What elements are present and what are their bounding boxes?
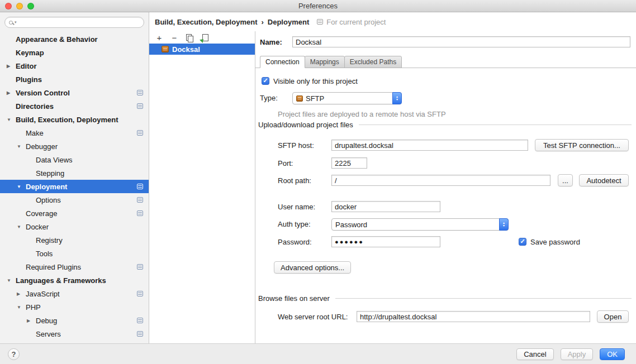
chevron-right-icon[interactable]: ▶ — [17, 291, 26, 296]
per-project-settings-icon — [137, 318, 143, 323]
browse-root-path-button[interactable]: ... — [558, 174, 573, 186]
sidebar-item-tools[interactable]: Tools — [0, 247, 149, 260]
sidebar-item-php[interactable]: ▼PHP — [0, 300, 149, 314]
password-input[interactable] — [331, 236, 440, 247]
visible-only-checkbox[interactable] — [262, 77, 269, 85]
chevron-down-icon[interactable]: ▼ — [17, 224, 26, 229]
sidebar-item-build-execution-deployment[interactable]: ▼Build, Execution, Deployment — [0, 113, 149, 126]
close-window-button[interactable] — [5, 3, 12, 9]
user-name-input[interactable] — [331, 201, 440, 212]
help-button[interactable]: ? — [8, 348, 20, 360]
open-button[interactable]: Open — [597, 310, 629, 323]
type-select[interactable]: SFTP ▴▾ — [292, 92, 402, 104]
web-root-label: Web server root URL: — [278, 313, 348, 322]
search-history-caret-icon[interactable]: ▾ — [15, 20, 17, 25]
search-icon — [9, 21, 13, 25]
preferences-window: Preferences ▾ Appearance & BehaviorKeyma… — [0, 0, 636, 364]
sidebar-item-deployment[interactable]: ▼Deployment — [0, 180, 149, 193]
password-label: Password: — [278, 238, 312, 247]
chevron-right-icon[interactable]: ▶ — [7, 64, 16, 69]
root-path-input[interactable] — [331, 175, 550, 186]
sidebar-item-data-views[interactable]: Data Views — [0, 153, 149, 166]
chevron-down-icon[interactable]: ▼ — [17, 144, 26, 149]
sidebar-item-required-plugins[interactable]: Required Plugins — [0, 260, 149, 274]
save-password-checkbox[interactable] — [519, 238, 526, 246]
chevron-down-icon[interactable]: ▼ — [7, 117, 16, 122]
sidebar-item-version-control[interactable]: ▶Version Control — [0, 86, 149, 99]
sidebar-item-javascript[interactable]: ▶JavaScript — [0, 287, 149, 300]
browse-section-title: Browse files on server — [258, 294, 330, 303]
save-password-checkbox-row: Save password — [519, 237, 580, 246]
chevron-down-icon[interactable]: ▼ — [7, 278, 16, 283]
visible-only-label: Visible only for this project — [273, 77, 358, 85]
autodetect-button[interactable]: Autodetect — [579, 174, 629, 186]
section-separator-line — [359, 124, 632, 125]
sidebar-item-label: Data Views — [36, 156, 73, 164]
root-path-label: Root path: — [278, 176, 311, 185]
copy-server-button[interactable] — [184, 32, 195, 43]
chevron-right-icon[interactable]: ▶ — [27, 318, 36, 323]
server-list-panel: + − Docksal — [149, 31, 255, 343]
remove-server-button[interactable]: − — [169, 32, 180, 43]
sidebar-item-label: Version Control — [16, 89, 70, 97]
sidebar-item-directories[interactable]: Directories — [0, 99, 149, 113]
sidebar-item-coverage[interactable]: Coverage — [0, 207, 149, 220]
name-input[interactable] — [292, 36, 630, 47]
minimize-window-button[interactable] — [16, 3, 23, 9]
sidebar-item-servers[interactable]: Servers — [0, 327, 149, 341]
sidebar-item-make[interactable]: Make — [0, 126, 149, 140]
tab-connection[interactable]: Connection — [260, 56, 305, 68]
sidebar-item-label: Directories — [16, 102, 54, 111]
import-icon — [201, 34, 208, 41]
type-label: Type: — [260, 94, 278, 103]
settings-search-box[interactable]: ▾ — [4, 17, 144, 28]
ok-button[interactable]: OK — [600, 348, 625, 360]
import-server-button[interactable] — [199, 32, 210, 43]
type-hint: Project files are deployed to a remote h… — [278, 110, 446, 119]
zoom-window-button[interactable] — [27, 3, 34, 9]
add-server-button[interactable]: + — [154, 32, 165, 43]
tab-mappings[interactable]: Mappings — [305, 56, 345, 68]
sidebar-item-docker[interactable]: ▼Docker — [0, 220, 149, 233]
sidebar-item-languages-frameworks[interactable]: ▼Languages & Frameworks — [0, 274, 149, 287]
sidebar-item-label: Tools — [36, 250, 53, 258]
cancel-button[interactable]: Cancel — [516, 348, 553, 360]
test-sftp-connection-button[interactable]: Test SFTP connection... — [535, 139, 629, 151]
sidebar-item-label: Appearance & Behavior — [16, 35, 98, 44]
sftp-host-input[interactable] — [331, 140, 528, 151]
tab-excluded-paths[interactable]: Excluded Paths — [344, 56, 402, 68]
server-list-item-docksal[interactable]: Docksal — [149, 44, 255, 55]
advanced-options-button[interactable]: Advanced options... — [274, 261, 351, 274]
sidebar-item-keymap[interactable]: Keymap — [0, 46, 149, 59]
settings-search-input[interactable] — [18, 18, 140, 26]
apply-button[interactable]: Apply — [561, 348, 594, 360]
dialog-footer: ? Cancel Apply OK — [0, 343, 636, 364]
settings-tabs: ConnectionMappingsExcluded Paths — [255, 55, 636, 68]
sidebar-item-appearance-behavior[interactable]: Appearance & Behavior — [0, 32, 149, 46]
remove-icon: − — [172, 33, 177, 42]
sidebar-item-label: Coverage — [26, 209, 57, 218]
server-toolbar: + − — [149, 31, 255, 44]
sidebar-item-stepping[interactable]: Stepping — [0, 166, 149, 180]
server-name: Docksal — [172, 45, 200, 54]
user-name-label: User name: — [278, 203, 315, 212]
combo-stepper-icon: ▴▾ — [499, 218, 509, 231]
port-input[interactable] — [331, 157, 367, 169]
sidebar-item-debugger[interactable]: ▼Debugger — [0, 140, 149, 153]
type-value: SFTP — [306, 94, 324, 103]
breadcrumb-item-deployment[interactable]: Deployment — [268, 18, 309, 26]
settings-sidebar: ▾ Appearance & BehaviorKeymap▶EditorPlug… — [0, 12, 149, 343]
sidebar-item-debug[interactable]: ▶Debug — [0, 314, 149, 327]
breadcrumb-separator: › — [261, 18, 263, 26]
breadcrumb-item-build-execution-deployment[interactable]: Build, Execution, Deployment — [155, 18, 257, 26]
sidebar-item-registry[interactable]: Registry — [0, 233, 149, 247]
sidebar-item-editor[interactable]: ▶Editor — [0, 59, 149, 73]
chevron-right-icon[interactable]: ▶ — [7, 90, 16, 95]
auth-type-select[interactable]: Password ▴▾ — [331, 218, 509, 231]
chevron-down-icon[interactable]: ▼ — [17, 305, 26, 310]
sidebar-item-options[interactable]: Options — [0, 193, 149, 207]
chevron-down-icon[interactable]: ▼ — [17, 184, 26, 189]
scope-label: For current project — [326, 18, 386, 26]
sidebar-item-plugins[interactable]: Plugins — [0, 73, 149, 86]
web-root-input[interactable] — [357, 311, 590, 322]
